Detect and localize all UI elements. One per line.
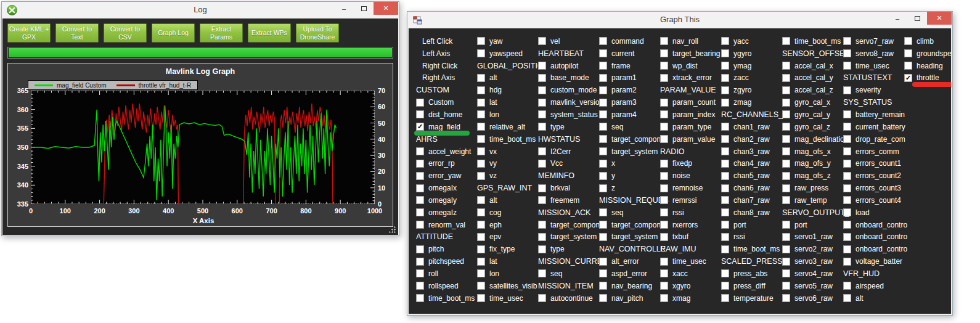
- checkbox-param1[interactable]: [599, 74, 607, 82]
- checkbox-lat[interactable]: [477, 99, 485, 107]
- checkbox-hdg[interactable]: [477, 86, 485, 94]
- checkbox-press-diff[interactable]: [721, 282, 729, 290]
- checkbox-satellites-visib[interactable]: [477, 282, 485, 290]
- checkbox-omegaiz[interactable]: [416, 208, 424, 216]
- checkbox-raw-press[interactable]: [782, 184, 790, 192]
- checkbox-errors-count1[interactable]: [843, 160, 851, 168]
- checkbox-current[interactable]: [599, 49, 607, 57]
- toolbar-button-convert-to-csv[interactable]: Convert to CSV: [104, 23, 147, 43]
- checkbox-time-boot-ms[interactable]: [416, 294, 424, 302]
- checkbox-command[interactable]: [599, 37, 607, 45]
- checkbox-alt[interactable]: [843, 294, 851, 302]
- checkbox-target-compon[interactable]: [599, 135, 607, 143]
- checkbox-pitch[interactable]: [416, 245, 424, 253]
- checkbox-param2[interactable]: [599, 86, 607, 94]
- checkbox-mag-ofs-y[interactable]: [782, 160, 790, 168]
- checkbox-seq[interactable]: [599, 123, 607, 131]
- checkbox-mag-ofs-z[interactable]: [782, 172, 790, 180]
- checkbox-xtrack-error[interactable]: [660, 74, 668, 82]
- checkbox-nav-roll[interactable]: [660, 37, 668, 45]
- checkbox-txbuf[interactable]: [660, 233, 668, 241]
- checkbox-ymag[interactable]: [721, 62, 729, 70]
- checkbox-fixedp[interactable]: [660, 160, 668, 168]
- checkbox-rollspeed[interactable]: [416, 282, 424, 290]
- checkbox-seq[interactable]: [538, 269, 546, 277]
- checkbox-chan6-raw[interactable]: [721, 184, 729, 192]
- checkbox-seq[interactable]: [599, 208, 607, 216]
- checkbox-voltage-batter[interactable]: [843, 258, 851, 266]
- checkbox-servo8-raw[interactable]: [843, 49, 851, 57]
- checkbox-remrssi[interactable]: [660, 196, 668, 204]
- checkbox-servo2-raw[interactable]: [782, 245, 790, 253]
- checkbox-remnoise[interactable]: [660, 184, 668, 192]
- checkbox-time-usec[interactable]: [477, 294, 485, 302]
- checkbox-accel-cal-y[interactable]: [782, 74, 790, 82]
- checkbox-chan4-raw[interactable]: [721, 160, 729, 168]
- checkbox-airspeed[interactable]: [843, 282, 851, 290]
- checkbox-nav-pitch[interactable]: [599, 294, 607, 302]
- checkbox-type[interactable]: [538, 245, 546, 253]
- close-button[interactable]: ✕: [374, 2, 398, 15]
- checkbox-frame[interactable]: [599, 62, 607, 70]
- checkbox-time-boot-ms[interactable]: [721, 245, 729, 253]
- checkbox-current-battery[interactable]: [843, 123, 851, 131]
- checkbox-error-yaw[interactable]: [416, 172, 424, 180]
- checkbox-rssi[interactable]: [721, 233, 729, 241]
- checkbox-target-compon[interactable]: [538, 221, 546, 229]
- checkbox-chan5-raw[interactable]: [721, 172, 729, 180]
- toolbar-button-graph-log[interactable]: Graph Log: [152, 23, 195, 43]
- minimize-button[interactable]: –: [888, 12, 907, 25]
- checkbox-gyro-cal-x[interactable]: [782, 99, 790, 107]
- checkbox-param4[interactable]: [599, 110, 607, 118]
- checkbox-press-abs[interactable]: [721, 269, 729, 277]
- checkbox-yaw[interactable]: [477, 37, 485, 45]
- checkbox-dist-home[interactable]: [416, 110, 424, 118]
- checkbox-time-usec[interactable]: [660, 258, 668, 266]
- checkbox-throttle[interactable]: ✓: [904, 74, 912, 82]
- checkbox-servo1-raw[interactable]: [782, 233, 790, 241]
- checkbox-xmag[interactable]: [660, 294, 668, 302]
- checkbox-roll[interactable]: [416, 269, 424, 277]
- checkbox-x[interactable]: [599, 160, 607, 168]
- checkbox-severity[interactable]: [843, 86, 851, 94]
- checkbox-zmag[interactable]: [721, 99, 729, 107]
- maximize-button[interactable]: [354, 2, 374, 15]
- checkbox-xgyro[interactable]: [660, 282, 668, 290]
- checkbox-gyro-cal-z[interactable]: [782, 123, 790, 131]
- checkbox-xacc[interactable]: [660, 269, 668, 277]
- checkbox-load[interactable]: [843, 208, 851, 216]
- checkbox-chan7-raw[interactable]: [721, 196, 729, 204]
- checkbox-lat[interactable]: [477, 258, 485, 266]
- maximize-button[interactable]: [907, 12, 927, 25]
- checkbox-omegaix[interactable]: [416, 184, 424, 192]
- checkbox-servo6-raw[interactable]: [782, 294, 790, 302]
- checkbox-alt-error[interactable]: [599, 258, 607, 266]
- checkbox-custom-mode[interactable]: [538, 86, 546, 94]
- checkbox-chan8-raw[interactable]: [721, 208, 729, 216]
- checkbox-servo7-raw[interactable]: [843, 37, 851, 45]
- checkbox-target-bearing[interactable]: [660, 49, 668, 57]
- checkbox-mag-field[interactable]: ✓: [416, 123, 424, 131]
- toolbar-button-upload-to-droneshare[interactable]: Upload To DroneShare: [296, 23, 339, 43]
- checkbox-chan3-raw[interactable]: [721, 147, 729, 155]
- checkbox-accel-cal-z[interactable]: [782, 86, 790, 94]
- checkbox-onboard-contro[interactable]: [843, 245, 851, 253]
- checkbox-mag-declinatio[interactable]: [782, 135, 790, 143]
- checkbox-yacc[interactable]: [721, 37, 729, 45]
- checkbox-accel-cal-x[interactable]: [782, 62, 790, 70]
- checkbox-servo4-raw[interactable]: [782, 269, 790, 277]
- checkbox-mavlink-versio[interactable]: [538, 99, 546, 107]
- checkbox-zacc[interactable]: [721, 74, 729, 82]
- checkbox-custom[interactable]: [416, 99, 424, 107]
- checkbox-pitchspeed[interactable]: [416, 258, 424, 266]
- checkbox-errors-count4[interactable]: [843, 196, 851, 204]
- checkbox-rssi[interactable]: [660, 208, 668, 216]
- checkbox-lon[interactable]: [477, 110, 485, 118]
- checkbox-brkval[interactable]: [538, 184, 546, 192]
- checkbox-param-count[interactable]: [660, 99, 668, 107]
- checkbox-noise[interactable]: [660, 172, 668, 180]
- toolbar-button-create-kml-gpx[interactable]: Create KML + GPX: [7, 23, 51, 43]
- checkbox-alt[interactable]: [477, 196, 485, 204]
- checkbox-battery-remain[interactable]: [843, 110, 851, 118]
- checkbox-rxerrors[interactable]: [660, 221, 668, 229]
